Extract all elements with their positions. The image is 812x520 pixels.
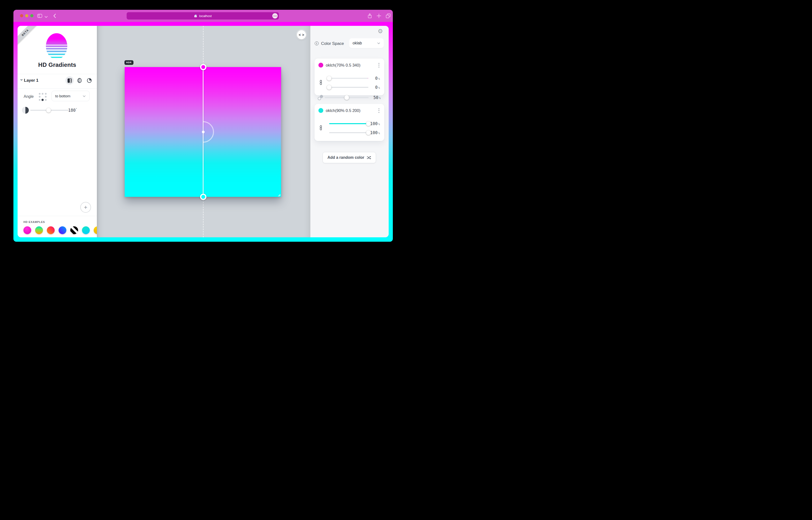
angle-value: 180°	[66, 108, 77, 113]
example-swatch[interactable]	[23, 226, 31, 234]
example-swatch[interactable]	[35, 226, 43, 234]
resize-handle[interactable]	[277, 193, 281, 196]
stop-menu-icon[interactable]	[377, 62, 381, 68]
site-favicon	[194, 14, 197, 18]
stop-value: 100%	[362, 121, 380, 126]
slider-thumb[interactable]	[327, 76, 332, 81]
conic-gradient-type-button[interactable]	[85, 76, 94, 85]
gradient-axis-guide	[203, 197, 203, 237]
add-random-color-button[interactable]: Add a random color	[323, 152, 376, 163]
divider	[18, 74, 97, 74]
beta-ribbon: BETA	[18, 26, 38, 46]
gradient-center-handle[interactable]	[202, 131, 205, 133]
chevron-down-icon	[82, 95, 86, 98]
direction-bottom-dot[interactable]	[42, 99, 44, 101]
gradient-axis-guide	[203, 26, 203, 67]
midpoint-icon	[318, 95, 323, 100]
color-stop-card: oklch(70% 0.5 340) 0%	[314, 58, 384, 95]
divider	[18, 216, 97, 216]
example-swatch[interactable]	[70, 226, 78, 234]
midpoint-value: 50%	[363, 95, 381, 100]
browser-toolbar: localhost	[14, 10, 393, 22]
midpoint-slider[interactable]	[325, 97, 369, 98]
stop-color-swatch[interactable]	[319, 108, 323, 113]
example-swatch[interactable]	[94, 226, 97, 234]
stop-value: 0%	[362, 76, 380, 81]
shuffle-icon	[366, 155, 371, 160]
canvas-area: HDR < >	[97, 26, 310, 237]
tab-overview-icon[interactable]	[385, 13, 391, 19]
url-text: localhost	[199, 14, 211, 18]
example-swatch[interactable]	[58, 226, 66, 234]
app-title: HD Gradients	[18, 61, 97, 68]
color-space-select[interactable]: oklab	[349, 38, 384, 48]
slider-thumb[interactable]	[327, 85, 332, 90]
desktop: localhost BETA	[0, 0, 406, 260]
angle-slider-thumb[interactable]	[46, 108, 51, 113]
example-swatch[interactable]	[47, 226, 55, 234]
stop-value: 0%	[362, 85, 380, 90]
angle-label: Angle	[24, 95, 34, 99]
code-icon: >	[302, 33, 304, 37]
chevron-down-icon	[377, 42, 380, 45]
stop-color-label: oklch(90% 0.5 200)	[326, 108, 360, 113]
collapse-caret-icon[interactable]	[20, 79, 23, 81]
chevron-down-icon[interactable]	[44, 14, 48, 20]
stop-menu-icon[interactable]	[377, 107, 381, 114]
gradient-stop-handle-start[interactable]	[200, 64, 206, 70]
example-swatch[interactable]	[82, 226, 90, 234]
linear-gradient-icon	[67, 78, 72, 83]
color-space-label: Color Space	[321, 41, 344, 46]
page-menu-icon[interactable]	[272, 13, 278, 19]
midpoint-slider-thumb[interactable]	[345, 95, 349, 100]
stop-color-label: oklch(70% 0.5 340)	[326, 63, 360, 68]
minimize-window-button[interactable]	[25, 14, 28, 17]
link-values-icon[interactable]	[319, 80, 323, 85]
divider	[18, 88, 97, 88]
code-icon: <	[299, 33, 301, 37]
stop-value: 100%	[362, 130, 380, 135]
web-page: BETA	[14, 22, 393, 242]
color-panel: ⚙ i Color Space oklab oklch(70% 0.5 340	[310, 26, 389, 237]
browser-window: localhost BETA	[14, 10, 393, 242]
info-icon[interactable]: i	[315, 42, 319, 45]
color-stop-card: oklch(90% 0.5 200) 100%	[314, 104, 384, 141]
direction-select[interactable]: to bottom	[51, 91, 90, 101]
add-layer-button[interactable]: +	[80, 202, 91, 213]
plus-icon: +	[84, 204, 87, 211]
direction-value: to bottom	[55, 94, 71, 98]
app-content: BETA	[18, 26, 389, 237]
layer-name: Layer 1	[24, 78, 39, 83]
app-logo	[45, 32, 68, 59]
address-bar[interactable]: localhost	[127, 12, 279, 20]
linear-gradient-type-button[interactable]	[66, 76, 74, 85]
color-space-value: oklab	[353, 41, 362, 45]
gear-icon[interactable]: ⚙	[378, 28, 383, 34]
share-icon[interactable]	[367, 13, 373, 19]
angle-indicator-icon	[22, 107, 29, 114]
sidebar: BETA	[18, 26, 97, 237]
angle-slider[interactable]	[30, 110, 69, 111]
hdr-badge: HDR	[124, 60, 133, 65]
radial-gradient-type-button[interactable]	[75, 76, 84, 85]
conic-gradient-icon	[86, 78, 92, 83]
gradient-stop-handle-end[interactable]	[200, 194, 206, 200]
hd-examples-label: HD EXAMPLES	[23, 220, 45, 224]
radial-gradient-icon	[77, 78, 82, 83]
show-code-button[interactable]: < >	[297, 30, 306, 39]
angle-arc	[203, 121, 214, 143]
close-window-button[interactable]	[20, 14, 23, 17]
new-tab-icon[interactable]	[376, 13, 382, 19]
add-random-color-label: Add a random color	[327, 155, 364, 160]
direction-grid[interactable]	[38, 92, 47, 101]
back-icon[interactable]	[52, 13, 58, 19]
sidebar-toggle-icon[interactable]	[37, 13, 43, 19]
zoom-window-button[interactable]	[30, 14, 33, 17]
stop-color-swatch[interactable]	[319, 63, 323, 68]
link-values-icon[interactable]	[319, 125, 323, 130]
